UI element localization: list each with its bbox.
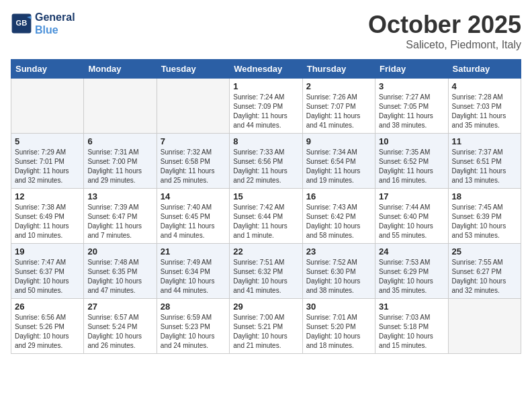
calendar-cell: 30Sunrise: 7:01 AM Sunset: 5:20 PM Dayli… [302, 299, 375, 354]
day-number: 30 [306, 302, 371, 312]
calendar-cell: 24Sunrise: 7:53 AM Sunset: 6:29 PM Dayli… [375, 244, 448, 299]
calendar-cell: 17Sunrise: 7:44 AM Sunset: 6:40 PM Dayli… [375, 189, 448, 244]
calendar-week-row: 12Sunrise: 7:38 AM Sunset: 6:49 PM Dayli… [11, 189, 521, 244]
calendar-cell: 28Sunrise: 6:59 AM Sunset: 5:23 PM Dayli… [157, 299, 229, 354]
day-info: Sunrise: 7:37 AM Sunset: 6:51 PM Dayligh… [452, 148, 517, 185]
calendar: SundayMondayTuesdayWednesdayThursdayFrid… [11, 59, 521, 354]
day-info: Sunrise: 7:51 AM Sunset: 6:32 PM Dayligh… [233, 258, 298, 295]
day-info: Sunrise: 7:35 AM Sunset: 6:52 PM Dayligh… [379, 148, 444, 185]
calendar-cell: 21Sunrise: 7:49 AM Sunset: 6:34 PM Dayli… [157, 244, 229, 299]
day-info: Sunrise: 7:32 AM Sunset: 6:58 PM Dayligh… [161, 148, 226, 185]
day-number: 12 [15, 191, 80, 201]
calendar-cell: 18Sunrise: 7:45 AM Sunset: 6:39 PM Dayli… [448, 189, 521, 244]
day-info: Sunrise: 7:49 AM Sunset: 6:34 PM Dayligh… [161, 258, 226, 295]
day-info: Sunrise: 7:33 AM Sunset: 6:56 PM Dayligh… [233, 148, 298, 185]
day-info: Sunrise: 7:28 AM Sunset: 7:03 PM Dayligh… [452, 93, 517, 130]
day-number: 16 [306, 191, 371, 201]
day-info: Sunrise: 7:03 AM Sunset: 5:18 PM Dayligh… [379, 313, 444, 351]
calendar-cell: 9Sunrise: 7:34 AM Sunset: 6:54 PM Daylig… [302, 134, 375, 189]
day-info: Sunrise: 7:24 AM Sunset: 7:09 PM Dayligh… [233, 93, 298, 130]
day-number: 25 [452, 246, 517, 257]
day-info: Sunrise: 7:31 AM Sunset: 7:00 PM Dayligh… [87, 148, 152, 185]
day-info: Sunrise: 7:29 AM Sunset: 7:01 PM Dayligh… [15, 148, 80, 185]
day-number: 6 [87, 136, 152, 146]
day-info: Sunrise: 7:45 AM Sunset: 6:39 PM Dayligh… [452, 203, 517, 240]
day-number: 21 [161, 246, 226, 257]
weekday-header-thursday: Thursday [302, 60, 375, 79]
calendar-cell: 25Sunrise: 7:55 AM Sunset: 6:27 PM Dayli… [448, 244, 521, 299]
weekday-header-wednesday: Wednesday [230, 60, 302, 79]
day-number: 27 [87, 302, 152, 312]
day-number: 5 [15, 136, 80, 146]
calendar-cell: 12Sunrise: 7:38 AM Sunset: 6:49 PM Dayli… [11, 189, 84, 244]
calendar-cell: 10Sunrise: 7:35 AM Sunset: 6:52 PM Dayli… [375, 134, 448, 189]
day-number: 11 [452, 136, 517, 146]
calendar-cell: 20Sunrise: 7:48 AM Sunset: 6:35 PM Dayli… [84, 244, 157, 299]
day-number: 23 [306, 246, 371, 257]
calendar-cell: 22Sunrise: 7:51 AM Sunset: 6:32 PM Dayli… [230, 244, 302, 299]
weekday-header-tuesday: Tuesday [157, 60, 229, 79]
weekday-header-friday: Friday [375, 60, 448, 79]
day-info: Sunrise: 6:56 AM Sunset: 5:26 PM Dayligh… [15, 313, 80, 351]
day-number: 2 [306, 81, 371, 91]
day-info: Sunrise: 7:47 AM Sunset: 6:37 PM Dayligh… [15, 258, 80, 295]
weekday-header-row: SundayMondayTuesdayWednesdayThursdayFrid… [11, 60, 521, 79]
day-info: Sunrise: 6:57 AM Sunset: 5:24 PM Dayligh… [87, 313, 152, 351]
logo-line2: Blue [35, 24, 75, 36]
day-info: Sunrise: 7:40 AM Sunset: 6:45 PM Dayligh… [161, 203, 226, 240]
day-info: Sunrise: 7:53 AM Sunset: 6:29 PM Dayligh… [379, 258, 444, 295]
day-number: 18 [452, 191, 517, 201]
calendar-week-row: 19Sunrise: 7:47 AM Sunset: 6:37 PM Dayli… [11, 244, 521, 299]
calendar-cell: 15Sunrise: 7:42 AM Sunset: 6:44 PM Dayli… [230, 189, 302, 244]
weekday-header-monday: Monday [84, 60, 157, 79]
calendar-cell: 31Sunrise: 7:03 AM Sunset: 5:18 PM Dayli… [375, 299, 448, 354]
day-number: 29 [233, 302, 298, 312]
day-number: 28 [161, 302, 226, 312]
calendar-cell: 14Sunrise: 7:40 AM Sunset: 6:45 PM Dayli… [157, 189, 229, 244]
location: Saliceto, Piedmont, Italy [368, 39, 521, 51]
calendar-cell [448, 299, 521, 354]
calendar-cell: 2Sunrise: 7:26 AM Sunset: 7:07 PM Daylig… [302, 79, 375, 134]
day-number: 15 [233, 191, 298, 201]
day-number: 19 [15, 246, 80, 257]
calendar-cell: 3Sunrise: 7:27 AM Sunset: 7:05 PM Daylig… [375, 79, 448, 134]
day-info: Sunrise: 7:34 AM Sunset: 6:54 PM Dayligh… [306, 148, 371, 185]
page-header: GB General Blue October 2025 Saliceto, P… [11, 11, 521, 51]
day-number: 17 [379, 191, 444, 201]
day-number: 4 [452, 81, 517, 91]
day-number: 31 [379, 302, 444, 312]
title-block: October 2025 Saliceto, Piedmont, Italy [368, 11, 521, 51]
calendar-cell: 8Sunrise: 7:33 AM Sunset: 6:56 PM Daylig… [230, 134, 302, 189]
day-info: Sunrise: 7:38 AM Sunset: 6:49 PM Dayligh… [15, 203, 80, 240]
day-info: Sunrise: 7:52 AM Sunset: 6:30 PM Dayligh… [306, 258, 371, 295]
calendar-cell: 27Sunrise: 6:57 AM Sunset: 5:24 PM Dayli… [84, 299, 157, 354]
weekday-header-sunday: Sunday [11, 60, 84, 79]
calendar-cell: 7Sunrise: 7:32 AM Sunset: 6:58 PM Daylig… [157, 134, 229, 189]
svg-text:GB: GB [16, 19, 28, 27]
day-number: 13 [87, 191, 152, 201]
calendar-cell: 6Sunrise: 7:31 AM Sunset: 7:00 PM Daylig… [84, 134, 157, 189]
calendar-cell: 4Sunrise: 7:28 AM Sunset: 7:03 PM Daylig… [448, 79, 521, 134]
logo-line1: General [35, 11, 75, 24]
day-info: Sunrise: 7:00 AM Sunset: 5:21 PM Dayligh… [233, 313, 298, 351]
logo-icon: GB [11, 13, 32, 34]
day-info: Sunrise: 7:43 AM Sunset: 6:42 PM Dayligh… [306, 203, 371, 240]
day-number: 24 [379, 246, 444, 257]
day-number: 14 [161, 191, 226, 201]
day-info: Sunrise: 7:01 AM Sunset: 5:20 PM Dayligh… [306, 313, 371, 351]
logo: GB General Blue [11, 11, 75, 36]
day-info: Sunrise: 7:26 AM Sunset: 7:07 PM Dayligh… [306, 93, 371, 130]
calendar-week-row: 5Sunrise: 7:29 AM Sunset: 7:01 PM Daylig… [11, 134, 521, 189]
day-number: 20 [87, 246, 152, 257]
day-info: Sunrise: 7:27 AM Sunset: 7:05 PM Dayligh… [379, 93, 444, 130]
weekday-header-saturday: Saturday [448, 60, 521, 79]
day-info: Sunrise: 6:59 AM Sunset: 5:23 PM Dayligh… [161, 313, 226, 351]
day-info: Sunrise: 7:39 AM Sunset: 6:47 PM Dayligh… [87, 203, 152, 240]
calendar-cell [11, 79, 84, 134]
calendar-cell: 1Sunrise: 7:24 AM Sunset: 7:09 PM Daylig… [230, 79, 302, 134]
day-number: 1 [233, 81, 298, 91]
day-info: Sunrise: 7:42 AM Sunset: 6:44 PM Dayligh… [233, 203, 298, 240]
calendar-cell: 13Sunrise: 7:39 AM Sunset: 6:47 PM Dayli… [84, 189, 157, 244]
day-info: Sunrise: 7:48 AM Sunset: 6:35 PM Dayligh… [87, 258, 152, 295]
calendar-cell: 11Sunrise: 7:37 AM Sunset: 6:51 PM Dayli… [448, 134, 521, 189]
